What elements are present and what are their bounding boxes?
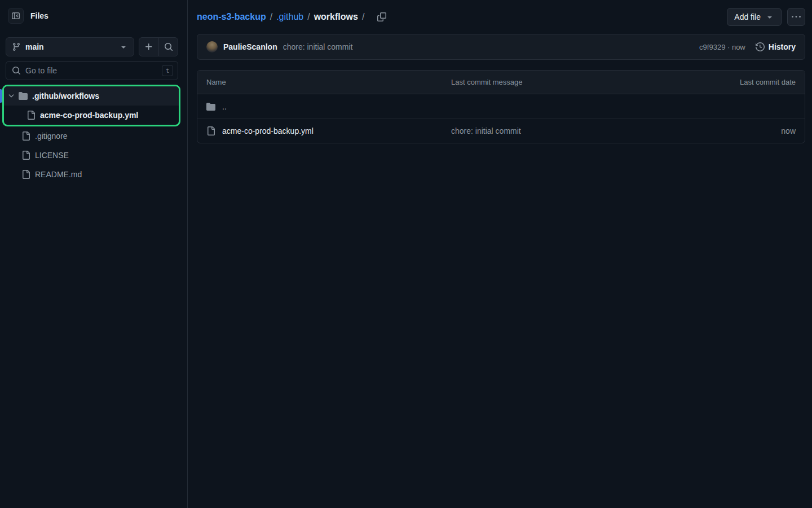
tree-item-label: .github/workflows xyxy=(32,91,99,100)
commit-message[interactable]: chore: initial commit xyxy=(283,42,353,51)
collapse-sidebar-button[interactable] xyxy=(8,8,24,24)
file-tree: .github/workflows acme-co-prod-backup.ym… xyxy=(0,85,187,184)
commit-author[interactable]: PaulieScanlon xyxy=(223,42,277,51)
file-icon xyxy=(21,170,30,179)
tree-item-gitignore[interactable]: .gitignore xyxy=(0,126,187,146)
tree-item-readme[interactable]: README.md xyxy=(0,165,187,184)
main-content: neon-s3-backup / .github / workflows / A… xyxy=(188,0,812,508)
header-actions: Add file xyxy=(727,8,805,26)
search-tree-button[interactable] xyxy=(158,38,178,56)
search-icon xyxy=(12,66,21,75)
file-icon xyxy=(21,132,30,141)
chevron-down-icon xyxy=(7,92,15,100)
table-header: Name Last commit message Last commit dat… xyxy=(197,71,805,94)
more-options-button[interactable] xyxy=(787,8,805,26)
add-file-label: Add file xyxy=(734,12,761,21)
go-to-file-search: t xyxy=(6,61,178,80)
branch-name: main xyxy=(25,42,44,51)
shortcut-key-badge: t xyxy=(162,65,173,76)
row-commit-date: now xyxy=(705,126,796,135)
sidebar-title: Files xyxy=(30,11,48,20)
breadcrumb-separator: / xyxy=(362,12,364,22)
file-tree-sidebar: Files main xyxy=(0,0,188,508)
chevron-down-icon xyxy=(119,42,128,51)
tree-item-label: README.md xyxy=(35,170,82,179)
row-name[interactable]: acme-co-prod-backup.yml xyxy=(222,126,314,135)
folder-open-icon xyxy=(19,91,28,100)
active-tree-item-indicator xyxy=(0,89,2,103)
tree-item-label: LICENSE xyxy=(35,151,69,160)
file-icon xyxy=(27,111,36,120)
folder-icon xyxy=(206,102,215,111)
tree-item-label: .gitignore xyxy=(35,132,68,141)
row-name[interactable]: .. xyxy=(222,102,227,111)
breadcrumb-repo-link[interactable]: neon-s3-backup xyxy=(197,12,266,22)
table-row-acme-co-prod-backup[interactable]: acme-co-prod-backup.yml chore: initial c… xyxy=(197,119,805,143)
new-file-button[interactable] xyxy=(139,38,158,56)
column-header-date: Last commit date xyxy=(705,78,796,86)
sidebar-controls: main xyxy=(0,37,187,80)
tree-item-label: acme-co-prod-backup.yml xyxy=(40,111,138,120)
history-link[interactable]: History xyxy=(756,42,796,51)
add-file-button[interactable]: Add file xyxy=(727,8,782,26)
commit-sha-and-time[interactable]: c9f9329 · now xyxy=(699,43,745,51)
tree-item-github-workflows[interactable]: .github/workflows xyxy=(4,86,179,106)
branch-selector[interactable]: main xyxy=(6,37,134,56)
repo-code-page: Files main xyxy=(0,0,812,508)
breadcrumb-separator: / xyxy=(307,12,310,22)
file-icon xyxy=(206,126,215,135)
git-branch-icon xyxy=(12,42,21,51)
file-icon xyxy=(21,151,30,160)
sidebar-collapse-icon xyxy=(11,11,20,20)
kebab-horizontal-icon xyxy=(792,12,801,21)
chevron-down-icon xyxy=(765,12,774,21)
breadcrumb-separator: / xyxy=(270,12,272,22)
commit-meta: c9f9329 · now History xyxy=(699,42,796,51)
row-commit-message[interactable]: chore: initial commit xyxy=(451,126,705,135)
avatar[interactable] xyxy=(206,41,218,52)
search-icon xyxy=(164,42,173,51)
go-to-file-input[interactable] xyxy=(25,66,157,75)
tree-item-acme-co-prod-backup[interactable]: acme-co-prod-backup.yml xyxy=(4,106,179,125)
history-icon xyxy=(756,42,765,51)
sidebar-header: Files xyxy=(0,8,187,24)
history-label: History xyxy=(769,42,796,51)
file-listing-table: Name Last commit message Last commit dat… xyxy=(197,70,805,143)
annotation-highlight-box: .github/workflows acme-co-prod-backup.ym… xyxy=(2,85,180,126)
breadcrumb-dir-link[interactable]: .github xyxy=(276,12,303,22)
plus-icon xyxy=(144,42,153,51)
tree-item-license[interactable]: LICENSE xyxy=(0,146,187,165)
column-header-message: Last commit message xyxy=(451,78,705,86)
column-header-name: Name xyxy=(206,78,451,86)
breadcrumb-current: workflows xyxy=(314,12,358,22)
latest-commit-bar: PaulieScanlon chore: initial commit c9f9… xyxy=(197,34,805,60)
tree-action-group xyxy=(139,37,178,56)
content-header: neon-s3-backup / .github / workflows / A… xyxy=(197,7,805,27)
copy-path-button[interactable] xyxy=(375,10,389,24)
copy-icon xyxy=(377,12,386,21)
table-row-parent-directory[interactable]: .. xyxy=(197,94,805,119)
breadcrumb: neon-s3-backup / .github / workflows / xyxy=(197,10,389,24)
